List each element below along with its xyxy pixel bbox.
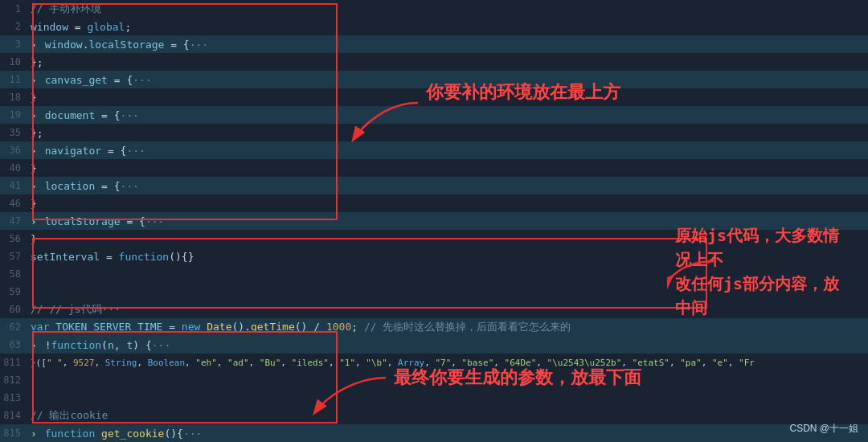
line-19: 19 › document = {··· [0, 106, 868, 124]
annotation-top: 你要补的环境放在最上方 [426, 80, 620, 105]
watermark: CSDN @十一姐 [789, 422, 858, 436]
line-1: 1 // 手动补环境 [0, 0, 868, 18]
line-3: 3 › window.localStorage = {··· [0, 35, 868, 53]
line-63: 63 › !function(n, t) {··· [0, 336, 868, 354]
line-814: 814 // 输出cookie [0, 407, 868, 424]
line-813: 813 [0, 389, 868, 407]
annotation-bot: 最终你要生成的参数，放最下面 [394, 366, 641, 391]
line-46: 46 } [0, 194, 868, 212]
code-editor: 1 // 手动补环境 2 window = global; 3 › window… [0, 0, 868, 442]
line-2: 2 window = global; [0, 18, 868, 35]
line-35: 35 }; [0, 124, 868, 141]
line-41: 41 › location = {··· [0, 177, 868, 194]
line-62: 62 var TOKEN_SERVER_TIME = new Date().ge… [0, 318, 868, 336]
line-815: 815 › function get_cookie(){··· [0, 424, 868, 442]
line-36: 36 › navigator = {··· [0, 141, 868, 159]
line-40: 40 } [0, 159, 868, 177]
line-10: 10 }; [0, 53, 868, 71]
annotation-mid: 原始js代码，大多数情况上不改任何js部分内容，放中间 [675, 223, 852, 320]
